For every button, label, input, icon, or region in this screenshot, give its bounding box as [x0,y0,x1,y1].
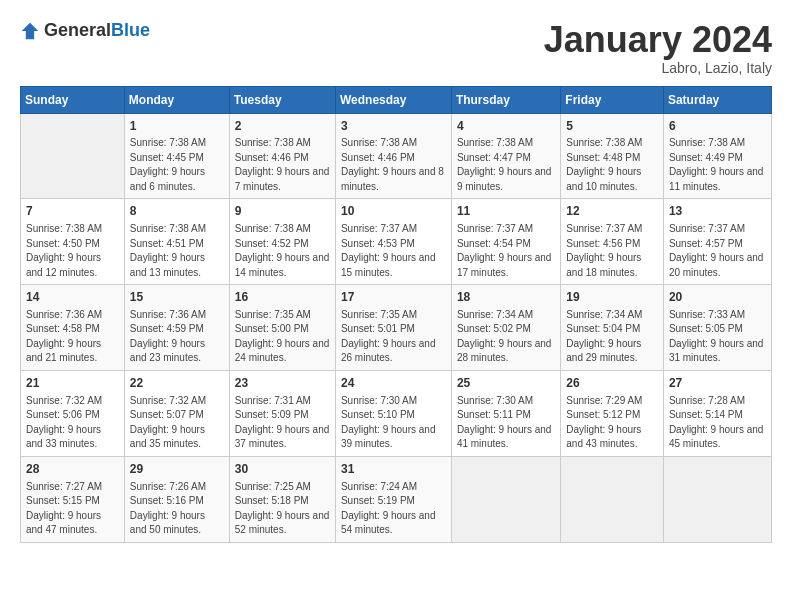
calendar-cell: 26Sunrise: 7:29 AMSunset: 5:12 PMDayligh… [561,370,664,456]
day-info: Sunrise: 7:35 AMSunset: 5:00 PMDaylight:… [235,308,330,366]
weekday-header-wednesday: Wednesday [335,86,451,113]
day-number: 18 [457,289,555,306]
logo-general: General [44,20,111,40]
day-info: Sunrise: 7:38 AMSunset: 4:51 PMDaylight:… [130,222,224,280]
weekday-header-sunday: Sunday [21,86,125,113]
day-number: 6 [669,118,766,135]
day-info: Sunrise: 7:38 AMSunset: 4:46 PMDaylight:… [235,136,330,194]
day-info: Sunrise: 7:27 AMSunset: 5:15 PMDaylight:… [26,480,119,538]
logo-blue: Blue [111,20,150,40]
day-number: 11 [457,203,555,220]
calendar-cell: 17Sunrise: 7:35 AMSunset: 5:01 PMDayligh… [335,285,451,371]
calendar-cell: 24Sunrise: 7:30 AMSunset: 5:10 PMDayligh… [335,370,451,456]
day-info: Sunrise: 7:37 AMSunset: 4:54 PMDaylight:… [457,222,555,280]
day-info: Sunrise: 7:38 AMSunset: 4:46 PMDaylight:… [341,136,446,194]
day-info: Sunrise: 7:36 AMSunset: 4:59 PMDaylight:… [130,308,224,366]
day-number: 1 [130,118,224,135]
calendar-cell: 11Sunrise: 7:37 AMSunset: 4:54 PMDayligh… [451,199,560,285]
weekday-header-row: SundayMondayTuesdayWednesdayThursdayFrid… [21,86,772,113]
day-info: Sunrise: 7:36 AMSunset: 4:58 PMDaylight:… [26,308,119,366]
svg-marker-0 [22,22,39,39]
day-number: 15 [130,289,224,306]
calendar-cell: 27Sunrise: 7:28 AMSunset: 5:14 PMDayligh… [663,370,771,456]
logo-icon [20,21,40,41]
day-info: Sunrise: 7:34 AMSunset: 5:04 PMDaylight:… [566,308,658,366]
calendar-cell: 20Sunrise: 7:33 AMSunset: 5:05 PMDayligh… [663,285,771,371]
week-row-5: 28Sunrise: 7:27 AMSunset: 5:15 PMDayligh… [21,456,772,542]
calendar-cell: 21Sunrise: 7:32 AMSunset: 5:06 PMDayligh… [21,370,125,456]
day-number: 26 [566,375,658,392]
week-row-3: 14Sunrise: 7:36 AMSunset: 4:58 PMDayligh… [21,285,772,371]
day-info: Sunrise: 7:32 AMSunset: 5:07 PMDaylight:… [130,394,224,452]
calendar-cell: 10Sunrise: 7:37 AMSunset: 4:53 PMDayligh… [335,199,451,285]
weekday-header-friday: Friday [561,86,664,113]
calendar-cell [663,456,771,542]
title-block: January 2024 Labro, Lazio, Italy [544,20,772,76]
calendar-cell [561,456,664,542]
calendar-cell: 5Sunrise: 7:38 AMSunset: 4:48 PMDaylight… [561,113,664,199]
day-number: 20 [669,289,766,306]
day-info: Sunrise: 7:38 AMSunset: 4:52 PMDaylight:… [235,222,330,280]
day-info: Sunrise: 7:31 AMSunset: 5:09 PMDaylight:… [235,394,330,452]
day-number: 9 [235,203,330,220]
calendar-title: January 2024 [544,20,772,60]
week-row-2: 7Sunrise: 7:38 AMSunset: 4:50 PMDaylight… [21,199,772,285]
day-number: 25 [457,375,555,392]
weekday-header-thursday: Thursday [451,86,560,113]
page-header: GeneralBlue January 2024 Labro, Lazio, I… [20,20,772,76]
day-info: Sunrise: 7:38 AMSunset: 4:49 PMDaylight:… [669,136,766,194]
calendar-table: SundayMondayTuesdayWednesdayThursdayFrid… [20,86,772,543]
day-info: Sunrise: 7:38 AMSunset: 4:45 PMDaylight:… [130,136,224,194]
day-number: 22 [130,375,224,392]
day-info: Sunrise: 7:25 AMSunset: 5:18 PMDaylight:… [235,480,330,538]
calendar-cell: 14Sunrise: 7:36 AMSunset: 4:58 PMDayligh… [21,285,125,371]
day-number: 12 [566,203,658,220]
calendar-cell: 25Sunrise: 7:30 AMSunset: 5:11 PMDayligh… [451,370,560,456]
day-info: Sunrise: 7:30 AMSunset: 5:10 PMDaylight:… [341,394,446,452]
day-info: Sunrise: 7:28 AMSunset: 5:14 PMDaylight:… [669,394,766,452]
weekday-header-saturday: Saturday [663,86,771,113]
calendar-cell: 3Sunrise: 7:38 AMSunset: 4:46 PMDaylight… [335,113,451,199]
calendar-cell: 9Sunrise: 7:38 AMSunset: 4:52 PMDaylight… [229,199,335,285]
calendar-cell: 4Sunrise: 7:38 AMSunset: 4:47 PMDaylight… [451,113,560,199]
day-number: 30 [235,461,330,478]
calendar-cell: 18Sunrise: 7:34 AMSunset: 5:02 PMDayligh… [451,285,560,371]
day-number: 17 [341,289,446,306]
day-number: 10 [341,203,446,220]
day-info: Sunrise: 7:33 AMSunset: 5:05 PMDaylight:… [669,308,766,366]
calendar-cell: 16Sunrise: 7:35 AMSunset: 5:00 PMDayligh… [229,285,335,371]
calendar-cell: 22Sunrise: 7:32 AMSunset: 5:07 PMDayligh… [124,370,229,456]
day-info: Sunrise: 7:37 AMSunset: 4:53 PMDaylight:… [341,222,446,280]
weekday-header-monday: Monday [124,86,229,113]
day-info: Sunrise: 7:24 AMSunset: 5:19 PMDaylight:… [341,480,446,538]
day-number: 7 [26,203,119,220]
calendar-cell: 29Sunrise: 7:26 AMSunset: 5:16 PMDayligh… [124,456,229,542]
calendar-cell: 19Sunrise: 7:34 AMSunset: 5:04 PMDayligh… [561,285,664,371]
logo: GeneralBlue [20,20,150,41]
day-number: 19 [566,289,658,306]
day-number: 8 [130,203,224,220]
day-number: 5 [566,118,658,135]
day-info: Sunrise: 7:38 AMSunset: 4:50 PMDaylight:… [26,222,119,280]
day-number: 24 [341,375,446,392]
calendar-cell: 13Sunrise: 7:37 AMSunset: 4:57 PMDayligh… [663,199,771,285]
day-info: Sunrise: 7:37 AMSunset: 4:56 PMDaylight:… [566,222,658,280]
week-row-1: 1Sunrise: 7:38 AMSunset: 4:45 PMDaylight… [21,113,772,199]
day-info: Sunrise: 7:37 AMSunset: 4:57 PMDaylight:… [669,222,766,280]
day-info: Sunrise: 7:34 AMSunset: 5:02 PMDaylight:… [457,308,555,366]
calendar-cell: 15Sunrise: 7:36 AMSunset: 4:59 PMDayligh… [124,285,229,371]
day-number: 3 [341,118,446,135]
calendar-cell: 23Sunrise: 7:31 AMSunset: 5:09 PMDayligh… [229,370,335,456]
calendar-cell [451,456,560,542]
weekday-header-tuesday: Tuesday [229,86,335,113]
day-info: Sunrise: 7:35 AMSunset: 5:01 PMDaylight:… [341,308,446,366]
calendar-cell: 7Sunrise: 7:38 AMSunset: 4:50 PMDaylight… [21,199,125,285]
week-row-4: 21Sunrise: 7:32 AMSunset: 5:06 PMDayligh… [21,370,772,456]
day-info: Sunrise: 7:29 AMSunset: 5:12 PMDaylight:… [566,394,658,452]
day-number: 29 [130,461,224,478]
calendar-cell: 1Sunrise: 7:38 AMSunset: 4:45 PMDaylight… [124,113,229,199]
calendar-cell: 6Sunrise: 7:38 AMSunset: 4:49 PMDaylight… [663,113,771,199]
day-number: 14 [26,289,119,306]
calendar-cell: 8Sunrise: 7:38 AMSunset: 4:51 PMDaylight… [124,199,229,285]
day-info: Sunrise: 7:30 AMSunset: 5:11 PMDaylight:… [457,394,555,452]
